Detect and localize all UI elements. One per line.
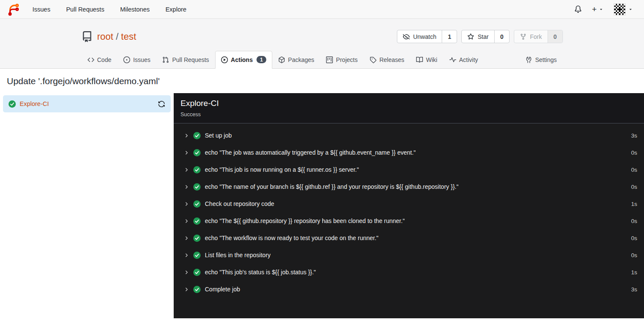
tab-label: Projects — [336, 56, 358, 63]
success-check-icon — [9, 100, 16, 108]
chevron-right-icon[interactable] — [184, 201, 189, 207]
chevron-right-icon[interactable] — [184, 270, 189, 275]
job-status-text: Success — [181, 112, 637, 117]
navbar-item-milestones[interactable]: Milestones — [120, 6, 149, 13]
step-row[interactable]: echo "The workflow is now ready to test … — [174, 229, 644, 247]
step-row[interactable]: echo "The job was automatically triggere… — [174, 144, 644, 161]
sidebar-job-explore-ci[interactable]: Explore-CI — [3, 95, 171, 112]
plus-icon: + — [592, 5, 597, 13]
star-icon — [467, 33, 474, 40]
chevron-down-icon — [628, 7, 633, 12]
top-navbar: Issues Pull Requests Milestones Explore … — [0, 0, 644, 19]
fork-label: Fork — [530, 33, 542, 40]
chevron-right-icon[interactable] — [184, 133, 189, 138]
forgejo-logo-icon[interactable] — [7, 3, 20, 16]
jobs-sidebar: Explore-CI — [0, 93, 174, 318]
step-name: Check out repository code — [205, 200, 274, 207]
step-row[interactable]: echo "The name of your branch is ${{ git… — [174, 178, 644, 195]
tab-label: Activity — [459, 56, 478, 63]
chevron-down-icon — [599, 7, 603, 12]
fork-button: Fork 0 — [514, 30, 563, 43]
step-row[interactable]: Set up job 3s — [174, 127, 644, 144]
chevron-right-icon[interactable] — [184, 184, 189, 190]
chevron-right-icon[interactable] — [184, 167, 189, 173]
tab-issues[interactable]: Issues — [117, 51, 156, 69]
tab-label: Releases — [379, 56, 404, 63]
code-icon — [87, 56, 94, 63]
star-button[interactable]: Star 0 — [461, 30, 509, 43]
chevron-right-icon[interactable] — [184, 252, 189, 258]
navbar-item-explore[interactable]: Explore — [166, 6, 186, 13]
star-count[interactable]: 0 — [494, 30, 509, 43]
repo-owner-link[interactable]: root — [97, 31, 114, 42]
eye-closed-icon — [403, 33, 410, 40]
book-icon — [416, 56, 423, 63]
job-panel-title: Explore-CI — [181, 99, 637, 108]
tab-actions[interactable]: Actions 1 — [215, 51, 272, 69]
chevron-right-icon[interactable] — [184, 235, 189, 241]
chevron-right-icon[interactable] — [184, 150, 189, 156]
tab-label: Code — [97, 56, 111, 63]
job-log-panel: Explore-CI Success Set up job 3s echo "T… — [174, 93, 644, 318]
tab-label: Wiki — [426, 56, 437, 63]
tab-code[interactable]: Code — [82, 51, 117, 69]
step-duration: 0s — [631, 235, 637, 241]
step-duration: 0s — [631, 167, 637, 173]
rerun-sync-icon[interactable] — [158, 100, 165, 108]
step-duration: 0s — [631, 218, 637, 224]
step-row[interactable]: echo "This job's status is ${{ job.statu… — [174, 264, 644, 281]
chevron-right-icon[interactable] — [184, 218, 189, 224]
job-panel-header: Explore-CI Success — [174, 93, 644, 123]
unwatch-button[interactable]: Unwatch 1 — [397, 30, 457, 43]
success-check-icon — [193, 132, 201, 139]
pulse-icon — [449, 56, 456, 63]
watch-count[interactable]: 1 — [442, 30, 457, 43]
issue-opened-icon — [123, 56, 130, 63]
tools-icon — [525, 56, 532, 63]
tab-wiki[interactable]: Wiki — [410, 51, 443, 69]
step-row[interactable]: Complete job 3s — [174, 281, 644, 298]
step-duration: 3s — [631, 286, 637, 293]
success-check-icon — [193, 200, 201, 208]
step-list: Set up job 3s echo "The job was automati… — [174, 123, 644, 318]
navbar-right: + — [574, 3, 633, 15]
repo-header: root / test Unwatch 1 Star — [0, 19, 644, 69]
step-name: echo "The name of your branch is ${{ git… — [205, 183, 458, 190]
job-name: Explore-CI — [20, 100, 49, 107]
step-name: echo "This job is now running on a ${{ r… — [205, 166, 359, 173]
chevron-right-icon[interactable] — [184, 287, 189, 292]
step-row[interactable]: Check out repository code 1s — [174, 195, 644, 212]
step-name: echo "The job was automatically triggere… — [205, 149, 416, 156]
play-circle-icon — [221, 56, 228, 63]
step-duration: 3s — [631, 132, 637, 139]
repo-name-link[interactable]: test — [121, 31, 136, 42]
repo-action-buttons: Unwatch 1 Star 0 Fork 0 — [397, 30, 563, 43]
user-menu-dropdown[interactable] — [614, 3, 633, 15]
navbar-item-pull-requests[interactable]: Pull Requests — [66, 6, 104, 13]
step-row[interactable]: echo "This job is now running on a ${{ r… — [174, 161, 644, 178]
fork-count: 0 — [548, 30, 562, 43]
git-pull-request-icon — [162, 56, 169, 63]
star-label: Star — [478, 33, 489, 40]
tab-settings[interactable]: Settings — [519, 51, 563, 69]
tab-label: Issues — [133, 56, 150, 63]
step-name: echo "This job's status is ${{ job.statu… — [205, 269, 316, 276]
tab-label: Packages — [288, 56, 314, 63]
step-row[interactable]: List files in the repository 0s — [174, 247, 644, 264]
run-view: Explore-CI Explore-CI Success Set up job… — [0, 93, 644, 318]
create-new-dropdown[interactable]: + — [592, 5, 603, 13]
tab-projects[interactable]: Projects — [320, 51, 364, 69]
tab-releases[interactable]: Releases — [364, 51, 410, 69]
page-title: Update '.forgejo/workflows/demo.yaml' — [7, 76, 637, 86]
user-identicon-avatar — [614, 3, 626, 15]
tab-activity[interactable]: Activity — [443, 51, 484, 69]
tab-label: Settings — [535, 56, 557, 63]
tab-packages[interactable]: Packages — [272, 51, 320, 69]
notifications-bell-icon[interactable] — [574, 6, 582, 13]
repo-separator: / — [116, 31, 118, 42]
step-row[interactable]: echo "The ${{ github.repository }} repos… — [174, 212, 644, 229]
navbar-item-issues[interactable]: Issues — [32, 6, 50, 13]
success-check-icon — [193, 252, 201, 259]
step-duration: 1s — [631, 201, 637, 207]
tab-pull-requests[interactable]: Pull Requests — [156, 51, 215, 69]
